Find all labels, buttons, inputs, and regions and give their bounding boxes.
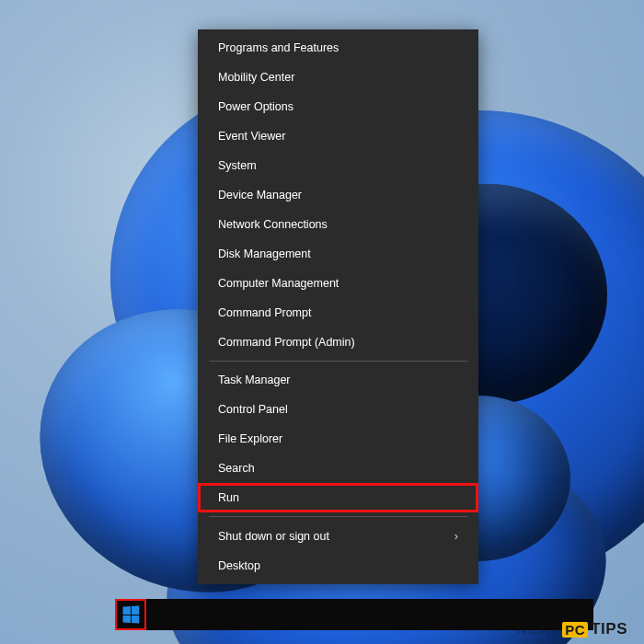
watermark: NEXT PC TIPS [516, 620, 627, 638]
menu-item-desktop[interactable]: Desktop [198, 551, 478, 581]
menu-item-label: Command Prompt [218, 306, 311, 319]
menu-separator [209, 361, 467, 362]
menu-item-device-manager[interactable]: Device Manager [198, 180, 478, 210]
menu-item-event-viewer[interactable]: Event Viewer [198, 121, 478, 151]
menu-item-label: Command Prompt (Admin) [218, 336, 355, 349]
menu-item-label: Control Panel [218, 403, 288, 416]
menu-item-label: File Explorer [218, 432, 282, 445]
menu-item-label: Device Manager [218, 189, 302, 201]
menu-item-disk-management[interactable]: Disk Management [198, 239, 478, 269]
windows-logo-icon [123, 606, 140, 624]
menu-item-search[interactable]: Search [198, 454, 478, 483]
menu-separator [209, 516, 467, 517]
menu-item-label: Run [218, 491, 239, 504]
menu-item-label: Power Options [218, 100, 293, 113]
menu-item-label: Event Viewer [218, 130, 285, 143]
menu-item-computer-management[interactable]: Computer Management [198, 269, 478, 298]
menu-item-file-explorer[interactable]: File Explorer [198, 424, 478, 454]
menu-item-label: Network Connections [218, 218, 328, 231]
menu-item-mobility-center[interactable]: Mobility Center [198, 63, 478, 92]
watermark-prefix: NEXT [516, 620, 559, 638]
menu-item-label: Mobility Center [218, 71, 294, 84]
menu-item-programs-features[interactable]: Programs and Features [198, 33, 478, 63]
menu-item-label: Disk Management [218, 247, 311, 260]
menu-item-label: Shut down or sign out [218, 530, 329, 543]
menu-item-network-connections[interactable]: Network Connections [198, 210, 478, 239]
menu-item-command-prompt-admin[interactable]: Command Prompt (Admin) [198, 328, 478, 357]
menu-item-power-options[interactable]: Power Options [198, 92, 478, 121]
menu-item-label: Computer Management [218, 277, 339, 290]
menu-item-command-prompt[interactable]: Command Prompt [198, 298, 478, 328]
menu-item-task-manager[interactable]: Task Manager [198, 365, 478, 395]
watermark-box: PC [562, 622, 588, 638]
watermark-suffix: TIPS [591, 620, 627, 638]
chevron-right-icon: › [454, 529, 458, 543]
menu-item-label: Search [218, 462, 255, 475]
menu-item-control-panel[interactable]: Control Panel [198, 395, 478, 424]
menu-item-label: Desktop [218, 559, 260, 572]
start-button[interactable] [115, 599, 146, 630]
menu-item-label: System [218, 159, 257, 172]
menu-item-label: Task Manager [218, 374, 291, 386]
menu-item-system[interactable]: System [198, 151, 478, 180]
menu-item-shut-down[interactable]: Shut down or sign out› [198, 521, 478, 551]
menu-item-label: Programs and Features [218, 41, 339, 54]
winx-context-menu: Programs and FeaturesMobility CenterPowe… [198, 29, 478, 584]
menu-item-run[interactable]: Run [198, 483, 478, 512]
